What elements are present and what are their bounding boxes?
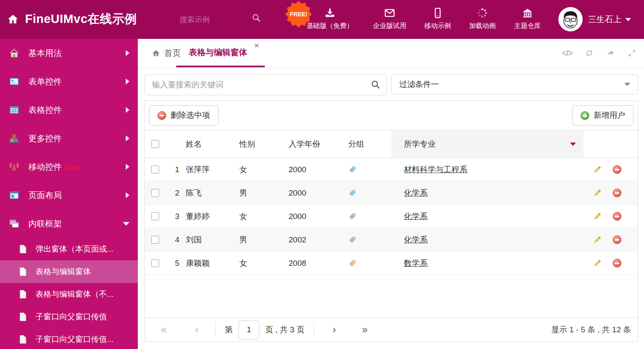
last-page-icon[interactable]: » [362, 324, 368, 335]
keyword-search-box [145, 74, 387, 95]
user-menu[interactable]: 三生石上 [588, 14, 631, 25]
home-icon[interactable] [7, 13, 19, 25]
select-all-checkbox[interactable] [151, 140, 159, 148]
sidebar-item-mobile-controls[interactable]: 移动控件 Corp. [0, 153, 138, 181]
filter-dropdown[interactable]: 过滤条件一 [391, 74, 638, 94]
row-checkbox[interactable] [151, 212, 159, 220]
button-label: 新增用户 [593, 110, 625, 121]
file-icon [19, 290, 27, 299]
sidebar-item-form-controls[interactable]: 表单控件 [0, 67, 138, 96]
sidebar-subitem-grid-edit-window-2[interactable]: 表格与编辑窗体（不... [0, 283, 138, 306]
refresh-icon[interactable] [585, 48, 594, 58]
sidebar-subitem-popup-window[interactable]: 弹出窗体（本页面或... [0, 238, 138, 260]
edit-icon[interactable] [593, 235, 602, 245]
col-major[interactable]: 所学专业 [391, 130, 583, 158]
row-checkbox[interactable] [151, 189, 159, 197]
sidebar-subitem-child-to-parent[interactable]: 子窗口向父窗口传值 [0, 306, 138, 328]
main-content: 首页 表格与编辑窗体 × </> [138, 39, 644, 349]
divider [215, 321, 216, 338]
close-icon[interactable]: × [254, 41, 259, 49]
col-major-label: 所学专业 [404, 139, 436, 150]
page-number-input[interactable] [238, 320, 259, 339]
sidebar-subitem-child-to-parent-2[interactable]: 子窗口向父窗口传值... [0, 328, 138, 349]
major-link[interactable]: 数学系 [404, 258, 428, 269]
sidebar-item-grid-controls[interactable]: 表格控件 [0, 96, 138, 124]
add-user-button[interactable]: 新增用户 [572, 105, 634, 125]
share-icon[interactable] [606, 48, 615, 58]
sidebar-item-basic-usage[interactable]: 基本用法 [0, 39, 138, 67]
nav-label: 移动示例 [424, 22, 451, 31]
cell-gender: 男 [239, 181, 289, 204]
search-icon[interactable] [251, 13, 261, 23]
expand-icon[interactable] [627, 48, 636, 58]
prev-page-icon[interactable]: ‹ [195, 324, 198, 335]
file-icon [19, 267, 27, 276]
cell-name: 董婷婷 [186, 205, 239, 228]
chevron-down-icon [624, 83, 630, 86]
sidebar-item-page-layout[interactable]: 页面布局 [0, 181, 138, 209]
edit-icon[interactable] [593, 259, 602, 268]
col-group: 分组 [348, 130, 391, 158]
grid-panel: 删除选中项 新增用户 姓名 性别 入学年份 分组 所学专业 [145, 100, 638, 342]
sidebar-subitem-label: 子窗口向父窗口传值... [35, 334, 114, 345]
tag-icon-blue [348, 189, 357, 197]
sidebar-subitem-label: 表格与编辑窗体 [35, 266, 91, 277]
delete-selected-button[interactable]: 删除选中项 [149, 105, 218, 125]
corp-badge: Corp. [65, 163, 81, 171]
tag-icon-orange [348, 259, 357, 267]
file-icon [19, 245, 27, 254]
nav-item-theme-repo[interactable]: 主题仓库 [496, 7, 559, 31]
record-summary: 显示 1 - 5 条 , 共 12 条 [551, 324, 631, 335]
row-checkbox[interactable] [151, 166, 159, 173]
search-icon[interactable] [370, 79, 381, 90]
sidebar-item-label: 表单控件 [28, 76, 126, 87]
keyword-search-input[interactable] [151, 77, 366, 92]
col-actions [583, 130, 638, 158]
sidebar-subitem-grid-edit-window[interactable]: 表格与编辑窗体 [0, 260, 138, 283]
edit-icon[interactable] [593, 189, 602, 198]
cell-name: 刘国 [186, 228, 239, 251]
table-row: 4 刘国 男 2002 化学系 [145, 228, 638, 252]
sidebar-item-more-controls[interactable]: 更多控件 [0, 124, 138, 153]
row-checkbox[interactable] [151, 236, 159, 244]
major-link[interactable]: 材料科学与工程系 [404, 164, 467, 175]
table-row: 2 陈飞 男 2000 化学系 [145, 181, 638, 205]
delete-icon[interactable] [613, 165, 621, 174]
delete-icon[interactable] [613, 235, 621, 244]
sidebar-item-label: 更多控件 [28, 133, 126, 144]
cell-gender: 女 [239, 205, 289, 228]
sidebar: 基本用法 表单控件 表格控件 [0, 39, 138, 349]
page-prefix: 第 [225, 324, 233, 335]
edit-icon[interactable] [593, 212, 602, 221]
layout-icon [9, 190, 19, 200]
sidebar-item-inline-frame[interactable]: 内联框架 [0, 209, 138, 238]
header-search-input[interactable] [179, 12, 249, 28]
col-gender: 性别 [239, 130, 289, 158]
major-link[interactable]: 化学系 [404, 188, 428, 199]
delete-icon[interactable] [613, 259, 621, 267]
col-row-number [166, 130, 186, 158]
next-page-icon[interactable]: › [332, 324, 336, 335]
delete-icon[interactable] [613, 212, 621, 221]
chevron-right-icon [126, 50, 129, 56]
cell-year: 2000 [289, 158, 348, 181]
table-row: 5 康颖颖 女 2008 数学系 [145, 252, 638, 275]
edit-icon[interactable] [593, 165, 602, 174]
source-code-icon[interactable]: </> [562, 48, 573, 58]
bank-icon [522, 7, 533, 19]
first-page-icon[interactable]: « [161, 324, 167, 335]
delete-icon[interactable] [613, 189, 621, 197]
sidebar-item-label: 内联框架 [28, 218, 123, 229]
tag-icon-blue [348, 166, 357, 174]
tab-grid-edit-window[interactable]: 表格与编辑窗体 × [176, 39, 265, 67]
chevron-right-icon [126, 192, 129, 198]
chevron-down-icon [570, 143, 576, 146]
row-checkbox[interactable] [151, 259, 159, 267]
envelope-icon [384, 7, 396, 19]
avatar[interactable] [558, 7, 583, 31]
major-link[interactable]: 化学系 [404, 234, 428, 245]
major-link[interactable]: 化学系 [404, 211, 428, 222]
grid-toolbar: 删除选中项 新增用户 [145, 101, 638, 130]
sidebar-subitem-label: 子窗口向父窗口传值 [35, 311, 107, 322]
nav-label: 企业版试用 [373, 22, 406, 31]
